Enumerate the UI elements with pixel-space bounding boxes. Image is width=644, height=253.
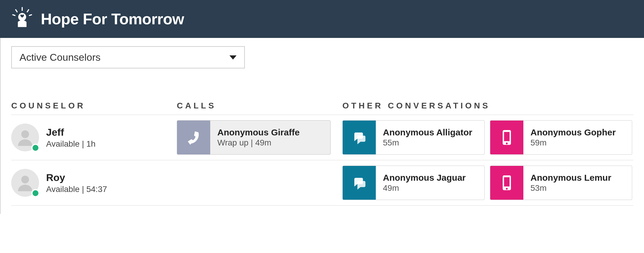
- app-title: Hope For Tomorrow: [41, 10, 184, 28]
- chat-icon: [343, 121, 376, 154]
- conversation-card[interactable]: Anonymous Gopher 59m: [490, 120, 632, 155]
- conversation-duration: 59m: [530, 138, 616, 148]
- calls-cell: Anonymous Giraffe Wrap up | 49m: [177, 120, 342, 155]
- chevron-down-icon: [229, 55, 237, 60]
- svg-line-3: [13, 15, 15, 15]
- svg-rect-12: [504, 177, 510, 186]
- main-content: Active Counselors Counselor Calls Other …: [0, 38, 644, 214]
- filter-selected-label: Active Counselors: [20, 52, 101, 63]
- table-header: Counselor Calls Other Conversations: [11, 101, 633, 115]
- counselor-status: Available | 1h: [46, 139, 96, 149]
- conversation-card[interactable]: Anonymous Alligator 55m: [342, 120, 485, 155]
- svg-line-4: [29, 15, 31, 15]
- counselor-name: Jeff: [46, 126, 96, 138]
- counselor-cell[interactable]: Jeff Available | 1h: [11, 124, 177, 151]
- table-row: Roy Available | 54:37 Anonymous Jaguar 4…: [11, 160, 633, 206]
- conversation-title: Anonymous Lemur: [530, 173, 611, 183]
- presence-available-icon: [31, 144, 40, 152]
- filter-dropdown[interactable]: Active Counselors: [11, 46, 245, 68]
- column-header-other: Other Conversations: [342, 101, 633, 111]
- svg-point-13: [506, 188, 508, 190]
- app-header: Hope For Tomorrow: [0, 0, 644, 38]
- svg-line-2: [27, 10, 29, 12]
- conversation-title: Anonymous Jaguar: [383, 173, 466, 183]
- conversation-card[interactable]: Anonymous Jaguar 49m: [342, 166, 485, 200]
- table-row: Jeff Available | 1h Anonymous Giraffe Wr…: [11, 115, 633, 160]
- conversation-duration: 49m: [383, 183, 466, 193]
- other-conversations-cell: Anonymous Alligator 55m Anonymous Gopher…: [342, 120, 633, 155]
- svg-point-6: [21, 130, 29, 138]
- avatar: [11, 124, 39, 151]
- app-logo: Hope For Tomorrow: [11, 7, 184, 31]
- conversation-duration: 53m: [530, 183, 611, 193]
- counselor-name: Roy: [46, 172, 107, 183]
- mobile-icon: [490, 166, 523, 200]
- svg-point-9: [506, 142, 508, 144]
- mobile-icon: [490, 121, 523, 154]
- counselor-status: Available | 54:37: [46, 185, 107, 194]
- conversation-duration: 55m: [383, 138, 472, 148]
- svg-point-10: [21, 176, 29, 183]
- phone-icon: [177, 121, 210, 154]
- avatar: [11, 169, 39, 197]
- presence-available-icon: [31, 189, 40, 197]
- svg-line-1: [16, 10, 17, 12]
- conversation-title: Anonymous Alligator: [383, 127, 472, 137]
- conversation-title: Anonymous Gopher: [530, 127, 616, 137]
- call-subtitle: Wrap up | 49m: [217, 138, 300, 148]
- svg-rect-8: [504, 132, 510, 141]
- call-title: Anonymous Giraffe: [217, 127, 300, 137]
- other-conversations-cell: Anonymous Jaguar 49m Anonymous Lemur 53m: [342, 166, 633, 200]
- chat-icon: [343, 166, 376, 200]
- conversation-card[interactable]: Anonymous Lemur 53m: [490, 166, 632, 200]
- logo-icon: [11, 7, 34, 31]
- column-header-counselor: Counselor: [11, 101, 177, 111]
- column-header-calls: Calls: [177, 101, 342, 111]
- call-card[interactable]: Anonymous Giraffe Wrap up | 49m: [177, 120, 331, 155]
- counselor-cell[interactable]: Roy Available | 54:37: [11, 169, 177, 197]
